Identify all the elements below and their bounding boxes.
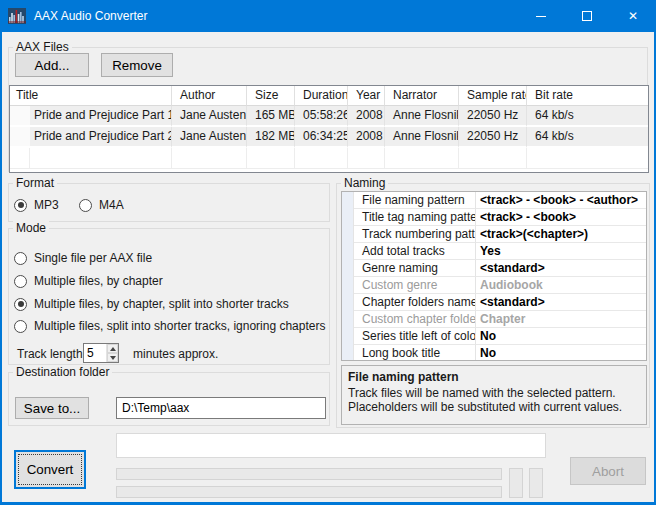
column-header-author[interactable]: Author (172, 86, 247, 106)
close-icon: ✕ (628, 9, 638, 23)
table-row[interactable]: Pride and Prejudice Part 2 Jane Austen 1… (10, 127, 648, 148)
radio-icon[interactable] (79, 199, 92, 212)
property-label: Series title left of colon (354, 328, 476, 345)
radio-mp3[interactable]: MP3 (14, 198, 59, 212)
maximize-button[interactable] (564, 0, 610, 32)
grid-gutter (342, 294, 354, 311)
column-header-sample-rate[interactable]: Sample rate (459, 86, 527, 106)
property-row[interactable]: Series title left of colon No (342, 328, 646, 345)
radio-icon[interactable] (14, 252, 27, 265)
convert-button[interactable]: Convert (14, 450, 86, 489)
radio-multiple-by-chapter[interactable]: Multiple files, by chapter (14, 274, 163, 288)
save-to-button[interactable]: Save to... (15, 397, 89, 419)
aax-files-group: AAX Files Add... Remove Title Author Siz… (8, 47, 648, 172)
grid-gutter (342, 328, 354, 345)
property-label: Add total tracks (354, 243, 476, 260)
app-icon (8, 8, 26, 24)
property-label: Genre naming (354, 260, 476, 277)
property-value: No (476, 345, 646, 361)
cell-size: 165 MB (247, 106, 295, 127)
property-row[interactable]: Chapter folders name prefi <standard> (342, 294, 646, 311)
radio-single-file[interactable]: Single file per AAX file (14, 251, 152, 265)
row-header-cell (10, 106, 30, 127)
track-length-suffix: minutes approx. (133, 347, 218, 361)
mode-group: Mode Single file per AAX file Multiple f… (8, 228, 330, 365)
radio-label[interactable]: MP3 (34, 198, 59, 212)
add-button[interactable]: Add... (15, 53, 89, 77)
property-row[interactable]: Track numbering pattern <track>(<chapter… (342, 226, 646, 243)
progress-indicator-box-2 (529, 468, 543, 498)
property-value: <standard> (476, 294, 646, 311)
destination-path-input[interactable] (116, 397, 326, 419)
radio-label[interactable]: Multiple files, by chapter (34, 274, 163, 288)
grid-gutter (342, 209, 354, 226)
table-row[interactable]: Pride and Prejudice Part 1 Jane Austen 1… (10, 106, 648, 127)
format-group: Format MP3 M4A (8, 183, 330, 222)
client-area: AAX Files Add... Remove Title Author Siz… (2, 32, 654, 502)
aax-files-caption: AAX Files (13, 40, 72, 54)
description-line: Placeholders will be substituted with cu… (348, 400, 640, 414)
property-row[interactable]: Custom genre Audiobook (342, 277, 646, 294)
close-button[interactable]: ✕ (610, 0, 656, 32)
property-value: Chapter (476, 311, 646, 328)
abort-button[interactable]: Abort (570, 457, 646, 485)
radio-label[interactable]: M4A (99, 198, 124, 212)
spinner-down-button[interactable] (107, 353, 118, 362)
radio-icon[interactable] (14, 298, 27, 311)
description-title: File naming pattern (348, 370, 640, 384)
property-row[interactable]: Custom chapter folder Chapter (342, 311, 646, 328)
files-table-header: Title Author Size Duration Year Narrator… (10, 86, 648, 106)
cell-duration: 06:34:25 (295, 127, 348, 148)
radio-icon[interactable] (14, 275, 27, 288)
radio-icon[interactable] (14, 320, 27, 333)
chevron-down-icon (110, 356, 116, 360)
chevron-up-icon (110, 347, 116, 351)
property-row[interactable]: Add total tracks Yes (342, 243, 646, 260)
minimize-icon (536, 16, 546, 17)
track-length-input[interactable] (84, 344, 106, 362)
column-header-duration[interactable]: Duration (295, 86, 348, 106)
property-label: Long book title (354, 345, 476, 361)
property-row[interactable]: Genre naming <standard> (342, 260, 646, 277)
property-label: File naming pattern (354, 192, 476, 209)
progress-bar-current (116, 486, 502, 498)
cell-title: Pride and Prejudice Part 1 (30, 106, 172, 127)
column-header-bit-rate[interactable]: Bit rate (527, 86, 648, 106)
radio-icon[interactable] (14, 199, 27, 212)
radio-multiple-by-chapter-split[interactable]: Multiple files, by chapter, split into s… (14, 297, 289, 311)
format-caption: Format (13, 176, 57, 190)
description-line: Track files will be named with the selec… (348, 386, 640, 400)
column-header-size[interactable]: Size (247, 86, 295, 106)
radio-label[interactable]: Multiple files, split into shorter track… (34, 319, 325, 333)
grid-gutter (342, 260, 354, 277)
column-header-title[interactable]: Title (10, 86, 172, 106)
table-empty-area (10, 148, 648, 172)
property-label: Track numbering pattern (354, 226, 476, 243)
maximize-icon (582, 11, 592, 21)
minimize-button[interactable] (518, 0, 564, 32)
grid-gutter (342, 192, 354, 209)
property-value: No (476, 328, 646, 345)
remove-button[interactable]: Remove (101, 53, 173, 77)
naming-caption: Naming (341, 176, 388, 190)
naming-property-grid: File naming pattern <track> - <book> - <… (341, 191, 647, 361)
radio-label[interactable]: Multiple files, by chapter, split into s… (34, 297, 289, 311)
row-header-cell (10, 127, 30, 148)
property-row[interactable]: File naming pattern <track> - <book> - <… (342, 192, 646, 209)
radio-label[interactable]: Single file per AAX file (34, 251, 152, 265)
grid-gutter (342, 311, 354, 328)
grid-gutter (342, 345, 354, 361)
property-label: Custom chapter folder (354, 311, 476, 328)
radio-m4a[interactable]: M4A (79, 198, 124, 212)
property-row[interactable]: Title tag naming pattern <track> - <book… (342, 209, 646, 226)
column-header-year[interactable]: Year (348, 86, 385, 106)
column-header-narrator[interactable]: Narrator (385, 86, 459, 106)
cell-year: 2008 (348, 106, 385, 127)
spinner-up-button[interactable] (107, 344, 118, 353)
radio-multiple-ignore-chapters[interactable]: Multiple files, split into shorter track… (14, 319, 325, 333)
app-window: AAX Audio Converter ✕ AAX Files Add... R… (0, 0, 656, 505)
track-length-stepper[interactable] (83, 343, 119, 363)
grid-gutter (342, 226, 354, 243)
cell-bit-rate: 64 kb/s (527, 106, 648, 127)
property-row[interactable]: Long book title No (342, 345, 646, 361)
